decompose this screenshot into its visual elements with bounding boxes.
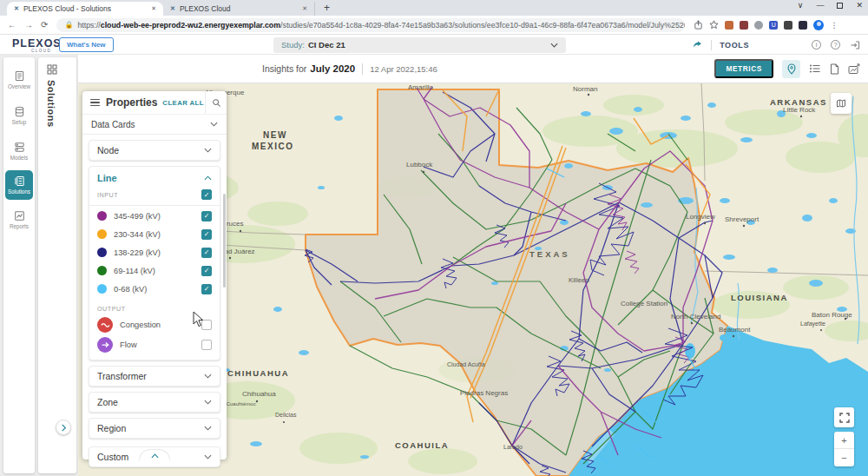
- voltage-color-dot: [97, 266, 107, 275]
- window-minimize-icon[interactable]: —: [816, 1, 824, 10]
- app-window: ✕ PLEXOS Cloud - Solutions ✕ ✕ PLEXOS Cl…: [0, 0, 868, 476]
- flow-icon: [97, 337, 113, 353]
- share-icon[interactable]: [692, 40, 703, 50]
- svg-text:Longview: Longview: [686, 213, 715, 221]
- divider: [711, 40, 712, 50]
- chevron-right-icon: [61, 424, 67, 432]
- chevron-down-icon: [204, 374, 212, 379]
- extension-icon[interactable]: [799, 21, 807, 30]
- voltage-checkbox[interactable]: [201, 284, 212, 294]
- bookmark-star-icon[interactable]: [709, 20, 719, 30]
- search-icon: [212, 98, 221, 108]
- sidebar-item-setup[interactable]: Setup: [3, 99, 35, 131]
- forward-icon[interactable]: →: [24, 20, 33, 30]
- reload-icon[interactable]: ⟳: [41, 20, 48, 30]
- svg-text:Beaumont: Beaumont: [719, 326, 751, 334]
- new-tab-button[interactable]: +: [324, 2, 330, 16]
- chevron-down-icon: [210, 122, 218, 127]
- window-menu-icon[interactable]: ∨: [798, 1, 804, 10]
- voltage-color-dot: [97, 229, 107, 239]
- svg-text:Lubbock: Lubbock: [406, 161, 433, 169]
- transformer-card[interactable]: Transformer: [89, 366, 220, 387]
- solutions-drawer-collapsed: Solutions: [38, 57, 76, 473]
- browser-menu-icon[interactable]: ⋮: [830, 21, 838, 30]
- map-pin-toggle[interactable]: [782, 60, 800, 78]
- sidebar-item-models[interactable]: Models: [3, 135, 35, 167]
- browser-tab-active[interactable]: ✕ PLEXOS Cloud - Solutions ✕: [7, 2, 163, 16]
- extension-icon[interactable]: U: [769, 21, 778, 30]
- output-row-flow: Flow: [97, 334, 212, 354]
- exit-icon[interactable]: [850, 40, 860, 50]
- tab-close-icon[interactable]: ✕: [302, 5, 307, 12]
- svg-text:MEXICO: MEXICO: [252, 142, 293, 151]
- address-bar[interactable]: 🔒 https://cloud-web-ee-preprod2-wu2.ener…: [56, 18, 685, 32]
- voltage-color-dot: [97, 248, 107, 257]
- document-button[interactable]: [830, 63, 839, 75]
- insights-timestamp: 12 Apr 2022,15:46: [370, 64, 437, 74]
- voltage-checkbox[interactable]: [201, 248, 212, 258]
- help-icon[interactable]: ?: [831, 40, 840, 50]
- sidebar-item-overview[interactable]: Overview: [3, 63, 35, 96]
- svg-text:NEW: NEW: [263, 130, 287, 140]
- extension-icon[interactable]: [754, 21, 763, 30]
- study-selector[interactable]: Study: CI Dec 21: [273, 37, 566, 53]
- window-maximize-icon[interactable]: [837, 3, 843, 9]
- map-layers-button[interactable]: [831, 93, 852, 114]
- profile-avatar[interactable]: [813, 20, 824, 30]
- browser-tab-inactive[interactable]: ✕ PLEXOS Cloud ✕: [163, 2, 315, 16]
- study-label: Study:: [281, 40, 305, 50]
- line-card-header[interactable]: Line: [97, 173, 212, 183]
- back-icon[interactable]: ←: [8, 20, 16, 30]
- menu-icon[interactable]: [90, 97, 100, 108]
- flow-checkbox[interactable]: [201, 340, 212, 350]
- whats-new-button[interactable]: What's New: [59, 37, 114, 52]
- chevron-down-icon: [204, 400, 212, 405]
- solutions-icon: [14, 175, 25, 187]
- extension-icon[interactable]: [740, 21, 748, 30]
- data-cards-dropdown[interactable]: Data Cards: [82, 115, 227, 135]
- list-icon: [809, 63, 821, 74]
- insights-prefix: Insights for: [262, 63, 306, 74]
- plexos-favicon-icon: ✕: [14, 5, 19, 12]
- sidebar-item-reports[interactable]: Reports: [3, 203, 35, 235]
- info-icon[interactable]: i: [812, 40, 821, 50]
- window-close-icon[interactable]: ✕: [856, 1, 863, 10]
- map-canvas[interactable]: NEW MEXICO TEXAS ARKANSAS LOUISIANA CHIH…: [78, 83, 868, 476]
- zone-card[interactable]: Zone: [89, 392, 220, 413]
- svg-text:Shreveport: Shreveport: [725, 215, 760, 223]
- clear-all-link[interactable]: CLEAR ALL: [162, 99, 204, 107]
- location-pin-icon: [786, 63, 797, 75]
- search-button[interactable]: [205, 91, 227, 114]
- data-cards-icon: [47, 64, 57, 75]
- tab-close-icon[interactable]: ✕: [151, 5, 156, 12]
- svg-text:CHIHUAHUA: CHIHUAHUA: [227, 368, 289, 378]
- legend-list-button[interactable]: [809, 63, 821, 74]
- zoom-in-button[interactable]: +: [834, 432, 854, 449]
- zoom-out-button[interactable]: −: [834, 449, 854, 466]
- share-page-icon[interactable]: [694, 20, 703, 30]
- browser-toolbar: ← → ⟳ 🔒 https://cloud-web-ee-preprod2-wu…: [0, 16, 868, 35]
- region-card[interactable]: Region: [89, 418, 220, 439]
- svg-text:Killeen: Killeen: [569, 276, 589, 284]
- extension-icon[interactable]: [725, 21, 733, 30]
- chevron-up-icon: [204, 175, 212, 181]
- voltage-checkbox[interactable]: [201, 211, 212, 221]
- voltage-checkbox[interactable]: [201, 266, 212, 276]
- input-all-checkbox[interactable]: [201, 189, 212, 200]
- voltage-checkbox[interactable]: [201, 229, 212, 240]
- panel-scrollbar[interactable]: [223, 194, 227, 288]
- metrics-button[interactable]: METRICS: [714, 59, 773, 78]
- tools-menu[interactable]: TOOLS: [720, 41, 749, 50]
- toolbar-actions: METRICS: [714, 59, 868, 78]
- node-card[interactable]: Node: [89, 140, 220, 161]
- header-actions: TOOLS i ?: [692, 35, 868, 55]
- export-chart-button[interactable]: [848, 63, 860, 75]
- fullscreen-button[interactable]: [834, 407, 854, 427]
- svg-text:Norman: Norman: [573, 85, 597, 93]
- panel-collapse-button[interactable]: [139, 449, 170, 460]
- setup-icon: [14, 106, 25, 117]
- expand-drawer-button[interactable]: [56, 420, 71, 435]
- sidebar-item-solutions[interactable]: Solutions: [5, 170, 33, 200]
- extension-icon[interactable]: [784, 21, 792, 30]
- content-area: Insights for July 2020 12 Apr 2022,15:46…: [78, 55, 868, 476]
